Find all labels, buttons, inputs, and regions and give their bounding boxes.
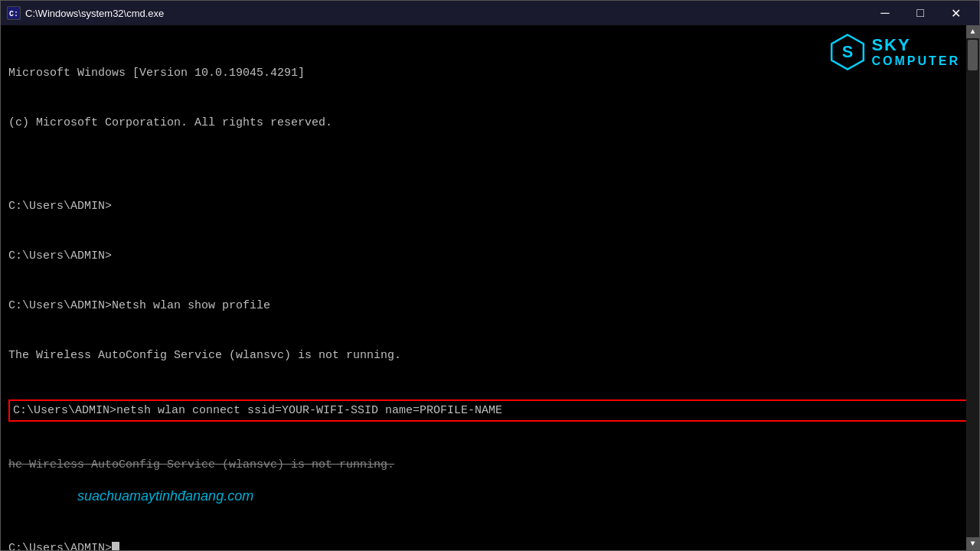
watermark-text: suachuamaytinhđanang.com <box>77 488 253 504</box>
computer-label: COMPUTER <box>871 54 960 68</box>
line-7: The Wireless AutoConfig Service (wlansvc… <box>8 347 972 364</box>
window-title: C:\Windows\system32\cmd.exe <box>25 8 164 19</box>
sky-emblem-icon: S <box>828 33 867 71</box>
line-2: (c) Microsoft Corporation. All rights re… <box>8 115 972 132</box>
maximize-button[interactable]: □ <box>903 1 938 25</box>
line-prompt: C:\Users\ADMIN> <box>8 540 972 551</box>
sky-logo: S SKY COMPUTER <box>828 33 960 71</box>
cursor-blink <box>112 542 119 551</box>
highlighted-command-line: C:\Users\ADMIN>netsh wlan connect ssid=Y… <box>8 399 972 422</box>
minimize-button[interactable]: ─ <box>867 1 903 25</box>
cmd-icon: C: <box>7 6 21 20</box>
scrollbar-thumb[interactable] <box>968 40 978 70</box>
svg-text:C:: C: <box>9 10 18 18</box>
line-6: C:\Users\ADMIN>Netsh wlan show profile <box>8 298 972 315</box>
scrollbar-track[interactable] <box>966 38 979 537</box>
scrollbar-up-button[interactable]: ▲ <box>966 25 979 38</box>
titlebar-left: C: C:\Windows\system32\cmd.exe <box>7 6 164 20</box>
scrollbar[interactable]: ▲ ▼ <box>966 25 979 550</box>
scrollbar-down-button[interactable]: ▼ <box>966 537 979 550</box>
titlebar: C: C:\Windows\system32\cmd.exe ─ □ ✕ <box>1 1 979 25</box>
terminal-output: Microsoft Windows [Version 10.0.19045.42… <box>4 28 976 550</box>
line-9: he Wireless AutoConfig Service (wlansvc)… <box>8 457 972 474</box>
sky-label: SKY <box>871 36 960 54</box>
sky-computer-text: SKY COMPUTER <box>871 36 960 68</box>
line-1: Microsoft Windows [Version 10.0.19045.42… <box>8 65 972 82</box>
close-button[interactable]: ✕ <box>938 1 973 25</box>
svg-text:S: S <box>842 42 853 61</box>
terminal-body[interactable]: S SKY COMPUTER Microsoft Windows [Versio… <box>1 25 979 550</box>
line-4: C:\Users\ADMIN> <box>8 198 972 215</box>
window-controls: ─ □ ✕ <box>867 1 973 25</box>
line-5: C:\Users\ADMIN> <box>8 248 972 265</box>
cmd-window: C: C:\Windows\system32\cmd.exe ─ □ ✕ S S… <box>0 0 980 551</box>
